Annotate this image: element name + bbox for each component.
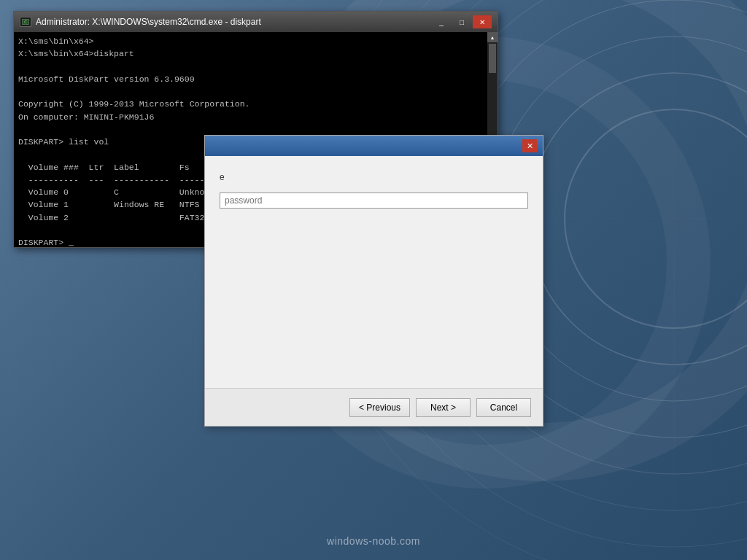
cmd-titlebar-left: C Administrator: X:\WINDOWS\system32\cmd… xyxy=(20,17,261,27)
dialog-text-partial: e xyxy=(220,171,528,184)
cmd-title: Administrator: X:\WINDOWS\system32\cmd.e… xyxy=(36,17,261,27)
dialog-footer: < Previous Next > Cancel xyxy=(205,388,543,426)
close-button[interactable]: ✕ xyxy=(473,15,492,28)
maximize-button[interactable]: □ xyxy=(452,15,471,28)
cmd-titlebar: C Administrator: X:\WINDOWS\system32\cmd… xyxy=(14,12,498,32)
watermark: windows-noob.com xyxy=(327,535,420,547)
dialog-close-button[interactable]: ✕ xyxy=(522,139,537,152)
cmd-icon: C xyxy=(20,17,31,27)
password-input[interactable] xyxy=(220,192,528,209)
dialog-body: e xyxy=(205,156,543,388)
dialog-box: ✕ e < Previous Next > Cancel xyxy=(204,135,543,427)
scroll-thumb[interactable] xyxy=(489,44,496,73)
next-button[interactable]: Next > xyxy=(416,398,471,417)
dialog-titlebar: ✕ xyxy=(205,136,543,156)
minimize-button[interactable]: _ xyxy=(432,15,451,28)
cmd-controls: _ □ ✕ xyxy=(432,15,492,28)
previous-button[interactable]: < Previous xyxy=(349,398,410,417)
password-field-wrapper xyxy=(220,192,528,209)
cancel-button[interactable]: Cancel xyxy=(476,398,531,417)
scroll-up-button[interactable]: ▲ xyxy=(487,32,498,42)
